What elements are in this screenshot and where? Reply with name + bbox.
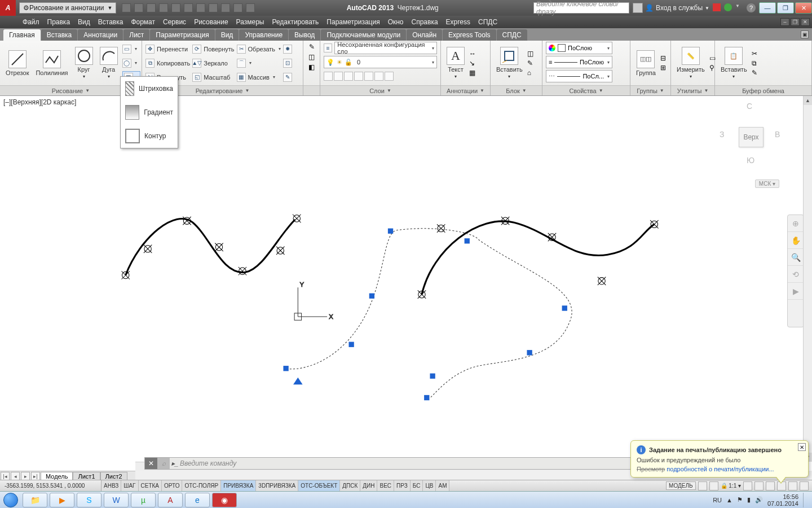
- panel-title-block[interactable]: Блок▼: [491, 85, 542, 95]
- status-qv-layouts-icon[interactable]: [698, 481, 707, 491]
- layer-props-icon[interactable]: ≡: [324, 43, 332, 52]
- scroll-up-icon[interactable]: ▲: [804, 96, 812, 105]
- flyout-gradient[interactable]: Градиент: [121, 100, 178, 124]
- tab-output[interactable]: Вывод: [289, 29, 320, 41]
- view-cube[interactable]: С Ю З В Верх: [716, 102, 784, 169]
- minimize-button[interactable]: —: [759, 2, 776, 14]
- status-toggle-привязка[interactable]: ПРИВЯЗКА: [221, 480, 256, 491]
- circle-button[interactable]: Круг▾: [73, 46, 95, 80]
- exchange-x-icon[interactable]: [713, 3, 721, 11]
- arc-button[interactable]: Дуга▾: [98, 46, 120, 80]
- help-icon[interactable]: ?: [747, 3, 756, 12]
- close-button[interactable]: ✕: [795, 2, 812, 14]
- rectangle-icon[interactable]: ▭: [122, 45, 131, 54]
- tray-action-icon[interactable]: ⚑: [737, 496, 743, 503]
- qat-extra3-icon[interactable]: [233, 3, 242, 12]
- help-search-input[interactable]: Введите ключевое слово/фразу: [533, 2, 629, 14]
- layout-sheet2[interactable]: Лист2: [100, 472, 127, 480]
- nav-fullnav-icon[interactable]: ⊕: [788, 215, 804, 232]
- coordinate-readout[interactable]: -3563.1599, 5153.5341 , 0.0000: [0, 480, 102, 491]
- drawing-canvas[interactable]: Y X: [0, 96, 812, 471]
- menu-parametric[interactable]: Параметризация: [326, 18, 379, 26]
- panel-title-groups[interactable]: Группы▼: [630, 85, 670, 95]
- array-button[interactable]: ▦Массив▾: [237, 71, 281, 84]
- menu-express[interactable]: Express: [446, 18, 470, 26]
- layer-dropdown[interactable]: 💡 ☀ 🔓 0 ▾: [324, 56, 437, 68]
- layout-sheet1[interactable]: Лист1: [73, 472, 100, 480]
- tab-plugins[interactable]: Подключаемые модули: [321, 29, 406, 41]
- tab-manage[interactable]: Управление: [239, 29, 288, 41]
- flyout-boundary[interactable]: Контур: [121, 124, 178, 148]
- nav-pan-icon[interactable]: ✋: [788, 232, 804, 249]
- status-anno-vis-icon[interactable]: [743, 481, 752, 491]
- tab-spds[interactable]: СПДС: [497, 29, 527, 41]
- taskbar-snagit[interactable]: ◉: [212, 493, 237, 507]
- mdi-close[interactable]: ✕: [801, 18, 810, 26]
- start-button[interactable]: [0, 492, 21, 509]
- tab-online[interactable]: Онлайн: [407, 29, 442, 41]
- layer-match-icon[interactable]: [364, 72, 373, 81]
- linetype-dropdown[interactable]: ⋯ ПоСл...▾: [546, 70, 612, 82]
- ellipse-icon[interactable]: ◯: [122, 59, 131, 68]
- tray-network-icon[interactable]: ▮: [747, 496, 751, 503]
- nav-zoom-icon[interactable]: 🔍: [788, 249, 804, 266]
- match-icon[interactable]: ✎: [752, 69, 757, 77]
- menu-file[interactable]: Файл: [23, 18, 39, 26]
- status-ws-switch-icon[interactable]: [754, 481, 764, 491]
- chevron-down-icon[interactable]: ▼: [735, 3, 743, 11]
- model-space-button[interactable]: МОДЕЛЬ: [666, 481, 695, 490]
- layer-state-dropdown[interactable]: Несохраненная конфигурация сло▾: [334, 42, 437, 54]
- tab-express[interactable]: Express Tools: [443, 29, 496, 41]
- tab-insert[interactable]: Вставка: [41, 29, 78, 41]
- taskbar-ie[interactable]: e: [185, 493, 210, 507]
- menu-edit[interactable]: Правка: [47, 18, 70, 26]
- status-toggle-шаг[interactable]: ШАГ: [121, 480, 138, 491]
- layer-lock-icon[interactable]: [344, 72, 353, 81]
- exchange-globe-icon[interactable]: [724, 3, 732, 11]
- qat-new-icon[interactable]: [122, 3, 131, 12]
- menu-window[interactable]: Окно: [388, 18, 404, 26]
- taskbar-media[interactable]: ▶: [50, 493, 74, 507]
- table-icon[interactable]: ▦: [469, 69, 476, 77]
- qat-saveas-icon[interactable]: [159, 3, 168, 12]
- layer-freeze-icon[interactable]: [324, 72, 333, 81]
- layer-iso-icon[interactable]: [354, 72, 363, 81]
- menu-draw[interactable]: Рисование: [194, 18, 228, 26]
- panel-title-properties[interactable]: Свойства▼: [542, 85, 630, 95]
- tab-parametric[interactable]: Параметризация: [150, 29, 214, 41]
- text-button[interactable]: A Текст▾: [444, 46, 467, 80]
- tray-flag-icon[interactable]: ▲: [726, 497, 732, 503]
- nav-orbit-icon[interactable]: ⟲: [788, 266, 804, 283]
- flyout-hatch[interactable]: Штриховка: [121, 77, 178, 100]
- tray-clock[interactable]: 16:5607.01.2014: [767, 493, 798, 507]
- search-icon[interactable]: [633, 3, 643, 13]
- status-toggle-анвз[interactable]: АНВЗ: [102, 480, 121, 491]
- qat-extra4-icon[interactable]: [246, 3, 255, 12]
- layer-off-icon[interactable]: [334, 72, 343, 81]
- menu-format[interactable]: Формат: [131, 18, 155, 26]
- vertical-scrollbar[interactable]: ▲ ▼: [803, 96, 812, 462]
- menu-tools[interactable]: Сервис: [163, 18, 186, 26]
- qat-extra1-icon[interactable]: [209, 3, 218, 12]
- layer-prev-icon[interactable]: [374, 72, 383, 81]
- mdi-restore[interactable]: ❐: [791, 18, 800, 26]
- nav-showmotion-icon[interactable]: ▶: [788, 283, 804, 300]
- tray-volume-icon[interactable]: 🔊: [755, 496, 763, 503]
- ungroup-icon[interactable]: ⊟: [660, 54, 666, 62]
- explode-icon[interactable]: ✸: [283, 45, 292, 54]
- ucs-badge[interactable]: МСК ▾: [755, 179, 779, 188]
- extra-icon-1[interactable]: ✎: [309, 43, 315, 51]
- rotate-button[interactable]: ⟳Повернуть: [192, 43, 234, 55]
- status-toggle-3dпривязка[interactable]: 3DПРИВЯЗКА: [256, 480, 298, 491]
- menu-spds[interactable]: СПДС: [478, 18, 497, 26]
- qat-redo-icon[interactable]: [196, 3, 205, 12]
- ribbon-panel-launcher-icon[interactable]: ▣: [801, 30, 809, 38]
- status-toggle-дин[interactable]: ДИН: [360, 480, 377, 491]
- tab-layout[interactable]: Лист: [123, 29, 149, 41]
- create-block-icon[interactable]: ◫: [527, 50, 533, 58]
- balloon-link[interactable]: Просмотр подробностей о печати/публикаци…: [637, 466, 774, 472]
- edit-block-icon[interactable]: ✎: [527, 59, 533, 67]
- taskbar-skype[interactable]: S: [77, 493, 102, 507]
- insert-block-button[interactable]: Вставить▾: [494, 46, 525, 80]
- move-button[interactable]: ✥Перенести: [145, 43, 190, 55]
